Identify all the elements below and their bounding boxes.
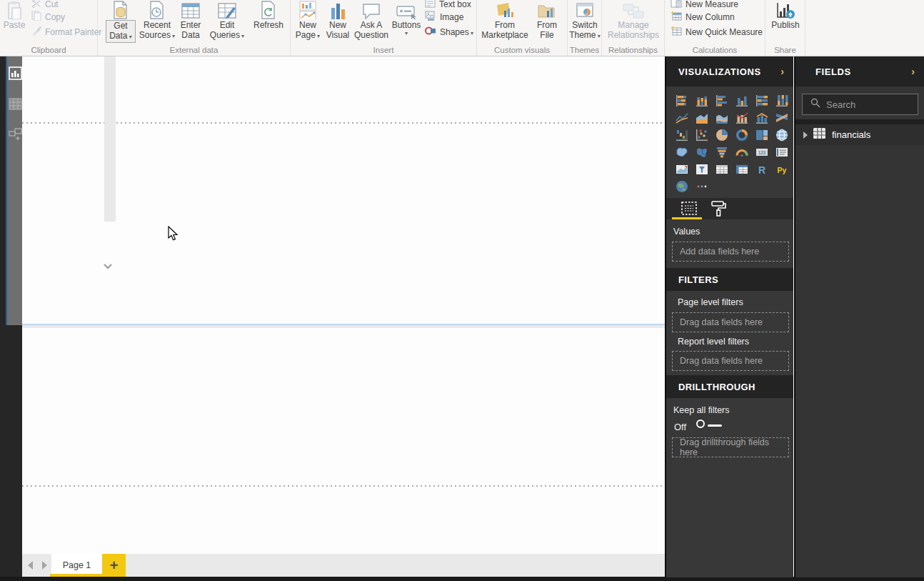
previous-page-arrow-icon[interactable] <box>28 561 33 570</box>
viz-clustered-bar-icon[interactable] <box>712 92 732 109</box>
new-page-button[interactable]: New Page <box>293 0 322 43</box>
viz-funnel-icon[interactable] <box>712 144 732 161</box>
data-view-icon[interactable] <box>9 98 22 111</box>
viz-python-icon[interactable]: Py <box>772 161 792 178</box>
new-quick-measure-button[interactable]: New Quick Measure <box>671 26 763 38</box>
viz-line-and-clustered-column-icon[interactable] <box>752 109 772 126</box>
viz-waterfall-icon[interactable] <box>672 126 692 144</box>
viz-shape-map-icon[interactable] <box>692 144 712 161</box>
collapse-fields-icon[interactable]: › <box>911 66 915 77</box>
viz-multi-row-card-icon[interactable] <box>772 144 792 161</box>
format-painter-button[interactable]: Format Painter <box>31 26 101 38</box>
viz-line-and-stacked-column-icon[interactable] <box>732 109 752 126</box>
values-dropzone[interactable]: Add data fields here <box>672 242 789 262</box>
viz-r-script-icon[interactable]: R <box>752 161 772 178</box>
viz-pie-icon[interactable] <box>712 126 732 144</box>
search-input[interactable] <box>826 99 905 110</box>
new-page-label: New Page <box>293 20 322 41</box>
image-button[interactable]: Image <box>425 11 463 23</box>
edit-queries-button[interactable]: Edit Queries <box>207 0 247 43</box>
refresh-button[interactable]: Refresh <box>250 0 287 43</box>
from-file-label: From File <box>531 20 563 40</box>
from-marketplace-button[interactable]: From Marketplace <box>480 0 530 43</box>
viz-scatter-icon[interactable] <box>692 126 712 144</box>
svg-text:Py: Py <box>778 166 787 174</box>
new-measure-button[interactable]: New Measure <box>671 0 738 10</box>
manage-relationships-button[interactable]: Manage Relationships <box>606 0 661 43</box>
add-page-button[interactable] <box>102 554 126 577</box>
filters-title: FILTERS <box>678 274 718 285</box>
switch-theme-button[interactable]: Switch Theme <box>569 0 601 43</box>
viz-ribbon-icon[interactable] <box>772 109 792 126</box>
viz-arcgis-map-icon[interactable] <box>672 178 692 195</box>
scroll-down-chevron-icon[interactable] <box>102 260 114 273</box>
visualizations-header: VISUALIZATIONS › <box>666 56 793 86</box>
ribbon-group-relationships: Manage Relationships Relationships <box>602 0 665 56</box>
manage-relationships-label: Manage Relationships <box>606 20 661 40</box>
viz-stacked-area-icon[interactable] <box>712 109 732 126</box>
new-visual-label: New Visual <box>323 20 352 40</box>
get-data-label: Get Data <box>106 20 136 43</box>
viz-hundred-stacked-column-icon[interactable] <box>772 92 792 109</box>
new-visual-button[interactable]: New Visual <box>323 0 352 43</box>
viz-gauge-icon[interactable] <box>732 144 752 161</box>
viz-pane-tabbar <box>666 198 793 219</box>
collapse-visualizations-icon[interactable]: › <box>780 66 784 77</box>
buttons-button[interactable]: Buttons <box>391 0 422 43</box>
new-visual-icon <box>323 0 352 19</box>
viz-treemap-icon[interactable] <box>752 126 772 144</box>
next-page-arrow-icon[interactable] <box>42 561 47 570</box>
viz-card-icon[interactable]: 123 <box>752 144 772 161</box>
publish-icon <box>768 0 803 19</box>
model-view-icon[interactable] <box>9 128 22 141</box>
search-icon <box>810 98 820 111</box>
report-level-filters-dropzone[interactable]: Drag data fields here <box>672 351 789 371</box>
paste-label: Paste <box>1 20 27 30</box>
report-canvas[interactable] <box>22 56 665 554</box>
fields-divider <box>795 119 924 124</box>
expand-table-icon[interactable] <box>803 131 808 139</box>
viz-slicer-icon[interactable] <box>692 161 712 178</box>
buttons-label: Buttons <box>391 20 422 36</box>
viz-kpi-icon[interactable] <box>672 161 692 178</box>
viz-hundred-stacked-bar-icon[interactable] <box>752 92 772 109</box>
table-row-financials[interactable]: financials <box>795 124 924 145</box>
copy-button[interactable]: Copy <box>31 11 65 23</box>
publish-button[interactable]: Publish <box>768 0 803 43</box>
ask-a-question-button[interactable]: Ask A Question <box>353 0 389 43</box>
viz-area-icon[interactable] <box>692 109 712 126</box>
viz-donut-icon[interactable] <box>732 126 752 144</box>
text-box-button[interactable]: Text box <box>425 0 471 10</box>
enter-data-button[interactable]: Enter Data <box>176 0 206 43</box>
drillthrough-dropzone[interactable]: Drag drillthrough fields here <box>672 437 789 457</box>
drillthrough-title: DRILLTHROUGH <box>678 382 755 392</box>
viz-map-icon[interactable] <box>772 126 792 144</box>
cut-button[interactable]: Cut <box>31 0 59 10</box>
page-level-filters-dropzone[interactable]: Drag data fields here <box>672 312 789 332</box>
from-file-button[interactable]: From File <box>531 0 563 43</box>
table-icon <box>813 128 825 141</box>
viz-line-icon[interactable] <box>672 109 692 126</box>
shapes-button[interactable]: Shapes <box>425 26 473 38</box>
image-icon <box>425 11 436 24</box>
recent-sources-button[interactable]: Recent Sources <box>139 0 176 43</box>
viz-filled-map-icon[interactable] <box>672 144 692 161</box>
paste-button[interactable]: Paste <box>1 0 27 43</box>
viz-matrix-icon[interactable] <box>732 161 752 178</box>
search-box[interactable] <box>802 94 918 115</box>
viz-stacked-column-icon[interactable] <box>692 92 712 109</box>
get-data-button[interactable]: Get Data <box>104 0 137 43</box>
viz-table-icon[interactable] <box>712 161 732 178</box>
viz-more-options-icon[interactable] <box>692 178 712 195</box>
visualizations-panel: VISUALIZATIONS › 123RPy Values Add data … <box>665 56 793 577</box>
format-pane-tab[interactable] <box>709 200 728 220</box>
shapes-icon <box>425 26 436 39</box>
viz-clustered-column-icon[interactable] <box>732 92 752 109</box>
scissors-icon <box>31 0 41 11</box>
format-painter-brush-icon <box>31 26 41 39</box>
toggle-state-label: Off <box>674 422 686 432</box>
refresh-icon <box>250 0 287 19</box>
viz-stacked-bar-icon[interactable] <box>672 92 692 109</box>
new-column-button[interactable]: New Column <box>671 11 735 23</box>
report-view-icon[interactable] <box>9 66 22 80</box>
